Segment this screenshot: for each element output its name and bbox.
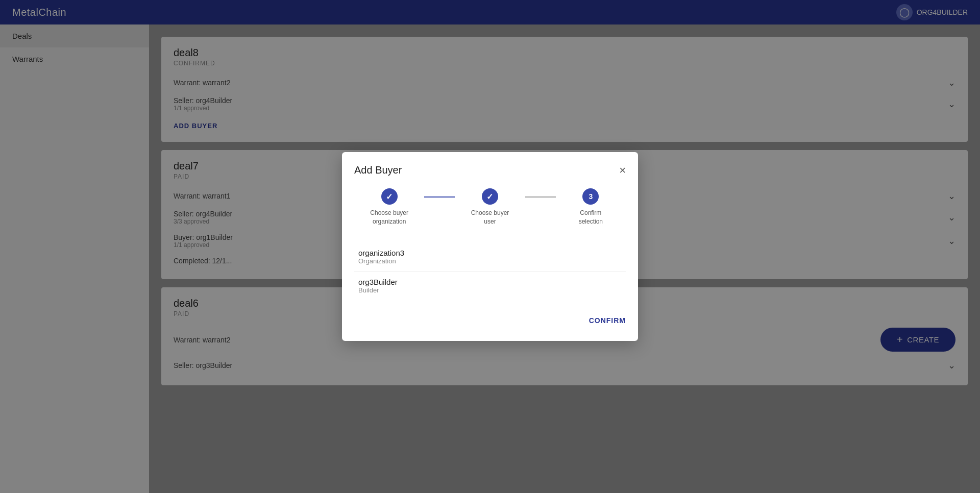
- step-2: Choose buyer user: [455, 188, 525, 226]
- connector-1-2: [424, 196, 455, 198]
- dialog-buyer-list: organization3 Organization org3Builder B…: [354, 242, 626, 300]
- dialog-header: Add Buyer ×: [354, 164, 626, 176]
- list-item-org3builder-name: org3Builder: [358, 278, 622, 286]
- step-2-label: Choose buyer user: [470, 209, 510, 226]
- add-buyer-dialog: Add Buyer × Choose buyer organization Ch…: [342, 152, 638, 341]
- stepper: Choose buyer organization Choose buyer u…: [354, 188, 626, 226]
- step-3: Confirm selection: [556, 188, 626, 226]
- connector-2-3: [525, 196, 556, 198]
- step-2-circle: [482, 188, 498, 205]
- dialog-title: Add Buyer: [354, 164, 402, 176]
- step-1-label: Choose buyer organization: [369, 209, 410, 226]
- list-item-org3[interactable]: organization3 Organization: [354, 242, 626, 272]
- list-item-org3builder-role: Builder: [358, 286, 622, 294]
- step-3-label: Confirm selection: [570, 209, 611, 226]
- list-item-org3builder[interactable]: org3Builder Builder: [354, 272, 626, 300]
- step-1: Choose buyer organization: [354, 188, 424, 226]
- dialog-footer: CONFIRM: [354, 312, 626, 329]
- modal-overlay: Add Buyer × Choose buyer organization Ch…: [0, 0, 980, 493]
- dialog-close-button[interactable]: ×: [619, 165, 626, 176]
- list-item-org3-role: Organization: [358, 257, 622, 265]
- list-item-org3-name: organization3: [358, 249, 622, 257]
- step-3-circle: [582, 188, 599, 205]
- confirm-button[interactable]: CONFIRM: [589, 312, 626, 329]
- step-1-circle: [381, 188, 398, 205]
